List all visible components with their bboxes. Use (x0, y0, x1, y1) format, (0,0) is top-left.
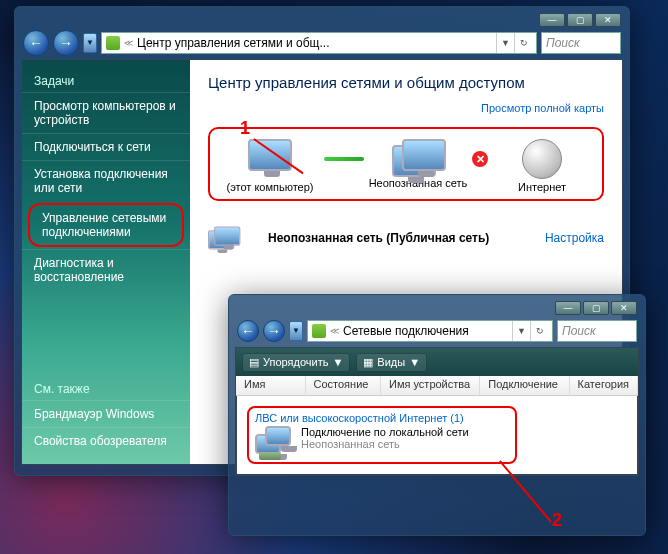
network-status-row: Неопознанная сеть (Публичная сеть) Настр… (208, 219, 604, 257)
node-unknown-network[interactable]: Неопознанная сеть (368, 139, 468, 189)
views-label: Виды (377, 356, 405, 368)
minimize-button[interactable]: — (539, 13, 565, 27)
annotation-ring-1: Управление сетевыми подключениями (28, 203, 184, 247)
breadcrumb-text: Центр управления сетями и общ... (137, 36, 329, 50)
connection-status: Неопознанная сеть (301, 438, 469, 450)
column-category[interactable]: Категория (570, 376, 638, 395)
column-device[interactable]: Имя устройства (381, 376, 480, 395)
annotation-ring-2: ЛВС или высокоскоростной Интернет (1) По… (247, 406, 517, 464)
address-bar[interactable]: ≪ Центр управления сетями и общ... ▼ ↻ (101, 32, 537, 54)
node-label: (этот компьютер) (226, 181, 313, 193)
recent-dropdown[interactable]: ▼ (289, 321, 303, 341)
lan-connection-icon (255, 426, 293, 458)
breadcrumb-text: Сетевые подключения (343, 324, 469, 338)
network-icon (392, 139, 444, 177)
network-map: (этот компьютер) Неопознанная сеть ✕ Инт… (208, 127, 604, 201)
customize-link[interactable]: Настройка (545, 231, 604, 245)
disconnected-icon: ✕ (472, 151, 488, 167)
control-panel-icon (106, 36, 120, 50)
column-name[interactable]: Имя (236, 376, 306, 395)
chevron-down-icon: ▼ (332, 356, 343, 368)
search-input[interactable]: Поиск (541, 32, 621, 54)
back-button[interactable]: ← (23, 30, 49, 56)
maximize-button[interactable]: ▢ (583, 301, 609, 315)
window-network-connections: — ▢ ✕ ← → ▼ ≪ Сетевые подключения ▼ ↻ По… (228, 294, 646, 536)
nav-toolbar: ← → ▼ ≪ Центр управления сетями и общ...… (21, 31, 623, 59)
search-input[interactable]: Поиск (557, 320, 637, 342)
chevron-icon: ≪ (124, 38, 133, 48)
organize-button[interactable]: ▤ Упорядочить ▼ (242, 353, 350, 372)
annotation-number-2: 2 (552, 510, 562, 531)
computer-icon (248, 139, 292, 171)
connections-list: ЛВС или высокоскоростной Интернет (1) По… (236, 396, 638, 475)
titlebar: — ▢ ✕ (235, 301, 639, 319)
titlebar: — ▢ ✕ (21, 13, 623, 31)
organize-label: Упорядочить (263, 356, 328, 368)
globe-icon (522, 139, 562, 179)
refresh-button[interactable]: ↻ (514, 33, 532, 53)
back-button[interactable]: ← (237, 320, 259, 342)
sidebar-item-setup-connection[interactable]: Установка подключения или сети (22, 160, 190, 201)
breadcrumb-dropdown[interactable]: ▼ (496, 33, 514, 53)
sidebar-item-manage-connections[interactable]: Управление сетевыми подключениями (30, 205, 182, 245)
content-area: ▤ Упорядочить ▼ ▦ Виды ▼ Имя Состояние И… (235, 347, 639, 476)
sidebar-item-view-computers[interactable]: Просмотр компьютеров и устройств (22, 92, 190, 133)
close-button[interactable]: ✕ (611, 301, 637, 315)
group-header[interactable]: ЛВС или высокоскоростной Интернет (1) (255, 412, 509, 424)
connection-item[interactable]: Подключение по локальной сети Неопознанн… (255, 424, 509, 458)
connection-name: Подключение по локальной сети (301, 426, 469, 438)
network-folder-icon (312, 324, 326, 338)
column-headers: Имя Состояние Имя устройства Подключение… (236, 376, 638, 396)
sidebar-item-internet-options[interactable]: Свойства обозревателя (22, 427, 190, 454)
column-status[interactable]: Состояние (306, 376, 381, 395)
forward-button[interactable]: → (263, 320, 285, 342)
minimize-button[interactable]: — (555, 301, 581, 315)
nav-toolbar: ← → ▼ ≪ Сетевые подключения ▼ ↻ Поиск (235, 319, 639, 347)
forward-button[interactable]: → (53, 30, 79, 56)
refresh-button[interactable]: ↻ (530, 321, 548, 341)
command-bar: ▤ Упорядочить ▼ ▦ Виды ▼ (236, 348, 638, 376)
column-connection[interactable]: Подключение (480, 376, 569, 395)
annotation-number-1: 1 (240, 118, 250, 139)
chevron-icon: ≪ (330, 326, 339, 336)
network-icon (208, 227, 239, 250)
close-button[interactable]: ✕ (595, 13, 621, 27)
views-icon: ▦ (363, 356, 373, 369)
sidebar-item-diagnose[interactable]: Диагностика и восстановление (22, 249, 190, 290)
recent-dropdown[interactable]: ▼ (83, 33, 97, 53)
cable-icon (259, 452, 281, 460)
breadcrumb-dropdown[interactable]: ▼ (512, 321, 530, 341)
node-internet[interactable]: Интернет (492, 139, 592, 193)
page-title: Центр управления сетями и общим доступом (208, 74, 604, 91)
network-name: Неопознанная сеть (Публичная сеть) (268, 231, 489, 245)
chevron-down-icon: ▼ (409, 356, 420, 368)
tasks-heading: Задачи (22, 70, 190, 92)
organize-icon: ▤ (249, 356, 259, 369)
sidebar-item-connect[interactable]: Подключиться к сети (22, 133, 190, 160)
connection-line-icon (324, 157, 364, 161)
sidebar: Задачи Просмотр компьютеров и устройств … (22, 60, 190, 464)
node-this-computer[interactable]: (этот компьютер) (220, 139, 320, 193)
view-full-map-link[interactable]: Просмотр полной карты (481, 102, 604, 114)
address-bar[interactable]: ≪ Сетевые подключения ▼ ↻ (307, 320, 553, 342)
views-button[interactable]: ▦ Виды ▼ (356, 353, 427, 372)
see-also-heading: См. также (22, 378, 190, 400)
node-label: Интернет (518, 181, 566, 193)
sidebar-item-firewall[interactable]: Брандмауэр Windows (22, 400, 190, 427)
maximize-button[interactable]: ▢ (567, 13, 593, 27)
